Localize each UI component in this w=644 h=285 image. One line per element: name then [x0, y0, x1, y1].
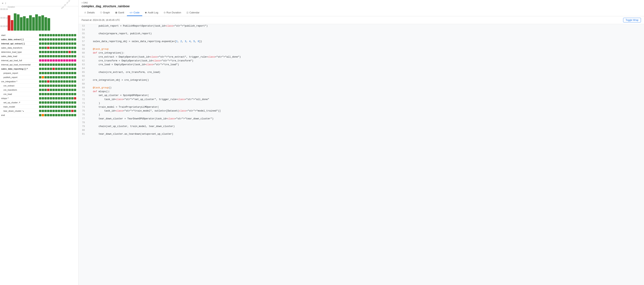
status-dot[interactable]	[66, 110, 68, 112]
status-dot[interactable]	[47, 97, 50, 99]
status-dot[interactable]	[71, 34, 74, 36]
status-dot[interactable]	[44, 42, 47, 45]
status-dot[interactable]	[66, 63, 68, 66]
status-dot[interactable]	[55, 84, 58, 87]
status-dot[interactable]	[55, 47, 58, 49]
status-dot[interactable]	[47, 55, 50, 57]
status-dot[interactable]	[63, 72, 66, 74]
status-dot[interactable]	[39, 72, 41, 74]
status-dot[interactable]	[50, 38, 52, 40]
status-dot[interactable]	[52, 114, 55, 116]
status-dot[interactable]	[39, 89, 41, 91]
status-dot[interactable]	[60, 59, 63, 62]
status-dot[interactable]	[63, 106, 66, 108]
status-dot[interactable]	[39, 80, 41, 83]
task-row[interactable]: cre_extract	[0, 84, 78, 88]
status-dot[interactable]	[55, 93, 58, 95]
status-dot[interactable]	[68, 114, 71, 116]
status-dot[interactable]	[44, 72, 47, 74]
status-dot[interactable]	[63, 34, 66, 36]
status-dot[interactable]	[71, 84, 74, 87]
status-dot[interactable]	[52, 76, 55, 78]
status-dot[interactable]	[50, 63, 52, 66]
status-dot[interactable]	[50, 72, 52, 74]
status-dot[interactable]	[60, 101, 63, 104]
status-dot[interactable]	[71, 51, 74, 53]
status-dot[interactable]	[39, 97, 41, 99]
status-dot[interactable]	[50, 84, 52, 87]
status-dot[interactable]	[74, 63, 76, 66]
status-dot[interactable]	[52, 72, 55, 74]
status-dot[interactable]	[52, 80, 55, 83]
status-dot[interactable]	[66, 84, 68, 87]
status-dot[interactable]	[39, 93, 41, 95]
status-dot[interactable]	[68, 97, 71, 99]
status-dot[interactable]	[63, 47, 66, 49]
task-row[interactable]: cre_transform	[0, 88, 78, 92]
status-dot[interactable]	[47, 38, 50, 40]
status-dot[interactable]	[39, 84, 41, 87]
status-dot[interactable]	[63, 42, 66, 45]
status-dot[interactable]	[55, 59, 58, 62]
status-dot[interactable]	[63, 76, 66, 78]
status-dot[interactable]	[68, 42, 71, 45]
status-dot[interactable]	[47, 42, 50, 45]
status-dot[interactable]	[60, 51, 63, 53]
status-dot[interactable]	[66, 72, 68, 74]
status-dot[interactable]	[52, 47, 55, 49]
status-dot[interactable]	[39, 114, 41, 116]
status-dot[interactable]	[50, 89, 52, 91]
task-row[interactable]: mlops ^	[0, 96, 78, 100]
status-dot[interactable]	[50, 80, 52, 83]
status-dot[interactable]	[74, 47, 76, 49]
status-dot[interactable]	[66, 97, 68, 99]
status-dot[interactable]	[58, 51, 60, 53]
task-row[interactable]: prepare_report	[0, 71, 78, 75]
status-dot[interactable]	[58, 59, 60, 62]
status-dot[interactable]	[55, 76, 58, 78]
status-dot[interactable]	[44, 38, 47, 40]
status-dot[interactable]	[68, 93, 71, 95]
tab-graph[interactable]: ⬡Graph	[98, 9, 112, 16]
status-dot[interactable]	[68, 51, 71, 53]
status-dot[interactable]	[55, 51, 58, 53]
status-dot[interactable]	[74, 80, 76, 83]
status-dot[interactable]	[68, 80, 71, 83]
status-dot[interactable]	[74, 114, 76, 116]
status-dot[interactable]	[63, 38, 66, 40]
status-dot[interactable]	[42, 80, 44, 83]
status-dot[interactable]	[68, 47, 71, 49]
status-dot[interactable]	[50, 93, 52, 95]
status-dot[interactable]	[47, 34, 50, 36]
status-dot[interactable]	[47, 89, 50, 91]
task-row[interactable]: tear_down_cluster ↘	[0, 109, 78, 113]
task-row[interactable]: determine_load_type	[0, 50, 78, 54]
status-dot[interactable]	[60, 76, 63, 78]
status-dot[interactable]	[39, 68, 41, 70]
status-dot[interactable]	[47, 59, 50, 62]
status-dot[interactable]	[74, 72, 76, 74]
status-dot[interactable]	[47, 76, 50, 78]
status-dot[interactable]	[50, 97, 52, 99]
status-dot[interactable]	[52, 93, 55, 95]
status-dot[interactable]	[44, 114, 47, 116]
status-dot[interactable]	[47, 72, 50, 74]
status-dot[interactable]	[42, 84, 44, 87]
status-dot[interactable]	[74, 59, 76, 62]
status-dot[interactable]	[66, 51, 68, 53]
status-dot[interactable]	[50, 114, 52, 116]
status-dot[interactable]	[66, 34, 68, 36]
task-row[interactable]: sales_data_reporting [ ] ^	[0, 67, 78, 71]
status-dot[interactable]	[44, 59, 47, 62]
status-dot[interactable]	[50, 42, 52, 45]
status-dot[interactable]	[71, 106, 74, 108]
status-dot[interactable]	[60, 106, 63, 108]
status-dot[interactable]	[50, 110, 52, 112]
status-dot[interactable]	[74, 106, 76, 108]
status-dot[interactable]	[68, 68, 71, 70]
status-dot[interactable]	[55, 72, 58, 74]
tab-gantt[interactable]: ▦Gantt	[112, 9, 127, 16]
tab-details[interactable]: ⚠Details	[82, 9, 98, 16]
status-dot[interactable]	[71, 80, 74, 83]
status-dot[interactable]	[39, 47, 41, 49]
